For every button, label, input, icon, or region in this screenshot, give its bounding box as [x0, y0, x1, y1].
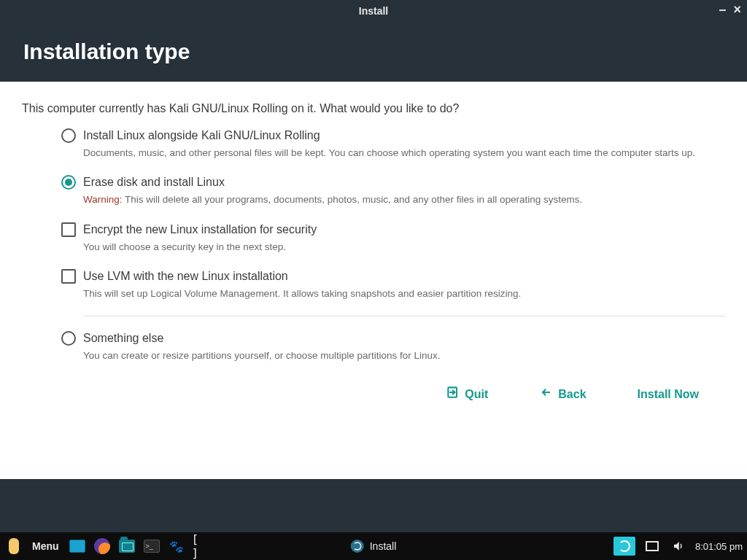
menu-button[interactable]: Menu [29, 540, 62, 552]
quit-icon [446, 385, 460, 403]
option-lvm: Use LVM with the new Linux installation … [61, 269, 725, 301]
radio-install-alongside[interactable] [61, 128, 76, 143]
terminal-icon[interactable]: >_ [142, 537, 161, 556]
option-erase-disk: Erase disk and install Linux Warning: Th… [61, 175, 725, 207]
option-desc: You will choose a security key in the ne… [83, 240, 711, 254]
option-label: Something else [83, 332, 163, 345]
titlebar: Install – × [0, 0, 747, 22]
option-label: Encrypt the new Linux installation for s… [83, 223, 317, 236]
taskbar-active-app-icon[interactable] [614, 537, 635, 556]
taskbar-app-title[interactable]: Install [370, 540, 397, 552]
option-desc: Documents, music, and other personal fil… [83, 146, 711, 160]
intro-text: This computer currently has Kali GNU/Lin… [22, 102, 725, 115]
back-button[interactable]: Back [539, 385, 586, 403]
back-arrow-icon [539, 385, 554, 403]
warning-text: This will delete all your programs, docu… [123, 194, 583, 205]
window-title: Install [359, 5, 388, 17]
options-group: Install Linux alongside Kali GNU/Linux R… [22, 128, 725, 363]
page-title: Installation type [23, 39, 724, 64]
warning-label: Warning: [83, 194, 123, 205]
close-icon[interactable]: × [733, 3, 741, 16]
option-label: Use LVM with the new Linux installation [83, 270, 288, 283]
window-controls: – × [719, 3, 741, 16]
option-label: Install Linux alongside Kali GNU/Linux R… [83, 129, 320, 142]
radio-something-else[interactable] [61, 331, 76, 346]
option-desc: This will set up Logical Volume Manageme… [83, 287, 711, 301]
content-area: This computer currently has Kali GNU/Lin… [0, 82, 747, 479]
radio-erase-disk[interactable] [61, 175, 76, 190]
install-label: Install Now [638, 388, 699, 401]
taskbar-right: 8:01:05 pm [614, 537, 743, 556]
checkbox-lvm[interactable] [61, 269, 76, 284]
option-something-else: Something else You can create or resize … [61, 331, 725, 363]
paw-icon[interactable]: 🐾 [167, 537, 186, 556]
volume-icon[interactable] [669, 537, 688, 556]
install-app-icon [351, 540, 364, 553]
option-install-alongside: Install Linux alongside Kali GNU/Linux R… [61, 128, 725, 160]
workspace-switcher[interactable]: [ ] [192, 537, 211, 556]
option-desc: You can create or resize partitions your… [83, 349, 711, 363]
taskbar-center: Install [351, 540, 397, 553]
clock[interactable]: 8:01:05 pm [695, 541, 743, 552]
desktop-pager-icon[interactable] [643, 537, 662, 556]
show-desktop-icon[interactable] [68, 537, 87, 556]
taskbar-left: Menu >_ 🐾 [ ] [4, 537, 211, 556]
installer-window: Install – × Installation type This compu… [0, 0, 747, 532]
checkbox-encrypt[interactable] [61, 222, 76, 237]
menu-label: Menu [32, 540, 59, 552]
firefox-icon[interactable] [93, 537, 112, 556]
install-now-button[interactable]: Install Now [638, 388, 699, 401]
divider [83, 316, 725, 316]
button-row: Quit Back Install Now [22, 378, 725, 403]
header: Installation type [0, 22, 747, 82]
option-desc: Warning: This will delete all your progr… [83, 192, 711, 207]
option-label: Erase disk and install Linux [83, 176, 225, 189]
quit-label: Quit [465, 388, 488, 401]
start-icon[interactable] [4, 537, 23, 556]
quit-button[interactable]: Quit [446, 385, 488, 403]
minimize-icon[interactable]: – [719, 3, 726, 16]
option-encrypt: Encrypt the new Linux installation for s… [61, 222, 725, 254]
files-icon[interactable] [117, 537, 136, 556]
taskbar: Menu >_ 🐾 [ ] Install 8:01:05 pm [0, 532, 747, 560]
back-label: Back [558, 388, 586, 401]
